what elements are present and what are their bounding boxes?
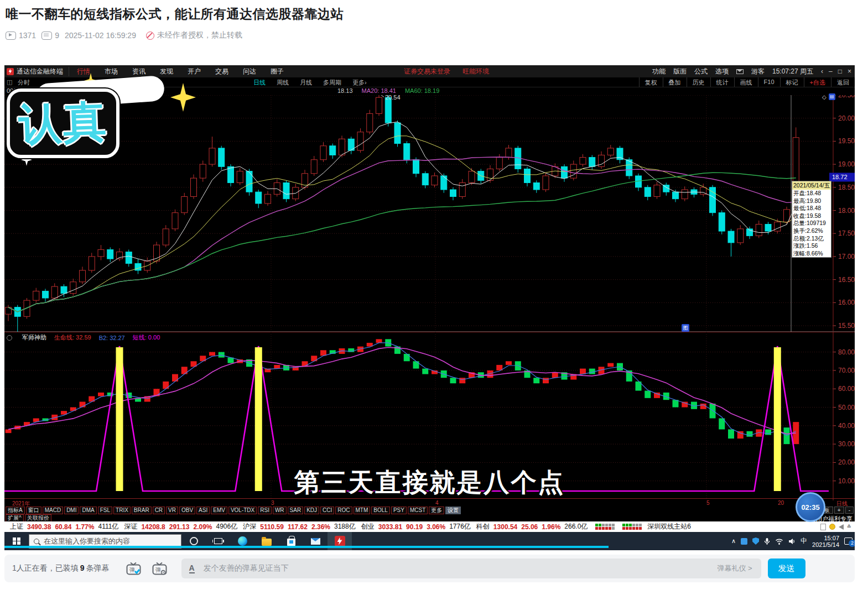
window-control-icon[interactable]: ‹ <box>821 67 823 75</box>
svg-text:17.50: 17.50 <box>838 229 855 237</box>
svg-text:20.50: 20.50 <box>838 95 855 99</box>
chart-tool-button[interactable]: +自选 <box>804 77 831 87</box>
period-tab[interactable]: 更多› <box>352 79 367 87</box>
indicator-tab[interactable]: VOL-TDX <box>228 507 257 514</box>
index-quote[interactable]: 科创1300.5425.061.96%266.0亿 <box>476 522 588 531</box>
server-name[interactable]: 深圳双线主站6 <box>647 522 691 531</box>
coin-icon[interactable] <box>829 524 835 530</box>
indicator-tab[interactable]: SAR <box>288 507 304 514</box>
indicator-collapse-icon[interactable] <box>7 335 12 341</box>
index-quote[interactable]: 上证3490.3860.841.77%4111亿 <box>10 522 118 531</box>
action-center-icon[interactable]: 2 <box>844 537 853 545</box>
period-tab[interactable]: 周线 <box>277 79 289 87</box>
chart-tool-button[interactable]: 返回 <box>831 77 855 87</box>
indicator-tab[interactable]: 设置 <box>445 507 461 514</box>
chart-tool-button[interactable]: 复权 <box>639 77 663 87</box>
tdx-menubar-right: 功能版面公式选项 游客 15:07:27 周五 ‹–□× <box>652 67 851 76</box>
index-quote[interactable]: 创业3033.8190.193.06%1776亿 <box>361 522 471 531</box>
menu-item[interactable]: 交易 <box>215 67 228 76</box>
danmaku-settings-icon[interactable]: 弹 <box>152 562 167 576</box>
period-tab[interactable]: 月线 <box>300 79 312 87</box>
ime-indicator[interactable]: 中 <box>801 536 807 546</box>
indicator-tab[interactable]: FSL <box>98 507 112 514</box>
index-quote[interactable]: 沪深5110.59117.622.36%3188亿 <box>243 522 356 531</box>
period-tab[interactable]: 日线 <box>253 79 266 87</box>
indicator-tab[interactable]: MACD <box>43 507 63 514</box>
indicator-tab[interactable]: DMA <box>80 507 96 514</box>
indicator-name[interactable]: 军师神助 <box>22 333 46 342</box>
svg-text:15.50: 15.50 <box>838 322 855 330</box>
indicator-tab[interactable]: TRIX <box>113 507 131 514</box>
text-style-icon[interactable]: A <box>189 564 195 573</box>
indicator-tab[interactable]: 更多 <box>429 507 444 514</box>
indicator-tab[interactable]: MCST <box>408 507 428 514</box>
window-control-icon[interactable]: × <box>848 67 851 75</box>
expand-tab[interactable]: 扩展^ <box>6 514 24 522</box>
indicator-tab[interactable]: BRAR <box>132 507 152 514</box>
system-tray: ∧ 中 15:072021/5/14 2 <box>731 532 853 550</box>
user-label[interactable]: 游客 <box>751 67 765 76</box>
indicator-tab[interactable]: 窗口 <box>26 507 41 514</box>
chart-tool-button[interactable]: 标记 <box>780 77 804 87</box>
indicator-tab[interactable]: MTM <box>354 507 371 514</box>
chart-tool-button[interactable]: 画线 <box>734 77 758 87</box>
indicator-tab[interactable]: WR <box>273 507 287 514</box>
user-mini-icon[interactable]: ≛ <box>847 524 851 530</box>
indicator-tab[interactable]: BOLL <box>371 507 390 514</box>
wifi-icon[interactable] <box>775 538 783 545</box>
indicator-tab[interactable]: KDJ <box>304 507 319 514</box>
window-control-icon[interactable]: – <box>829 67 833 75</box>
login-status[interactable]: 证券交易未登录 <box>404 67 450 76</box>
menu-item[interactable]: 版面 <box>673 67 687 76</box>
short-line-value: 短线: 0.00 <box>133 333 160 342</box>
period-tab[interactable]: 多周期 <box>323 79 341 87</box>
indicator-tab[interactable]: 指标A <box>6 507 25 514</box>
usb-icon[interactable] <box>741 538 747 545</box>
microphone-icon[interactable] <box>764 537 770 545</box>
video-progress-bar[interactable] <box>4 546 609 548</box>
danmaku-etiquette-link[interactable]: 弹幕礼仪 > <box>717 563 752 573</box>
expand-tab[interactable]: 关联报价 <box>25 514 51 522</box>
svg-text:19.00: 19.00 <box>838 160 855 168</box>
chart-tool-button[interactable]: 历史 <box>687 77 710 87</box>
indicator-tab[interactable]: VR <box>166 507 178 514</box>
indicator-tab[interactable]: PSY <box>391 507 407 514</box>
svg-text:20.54: 20.54 <box>385 95 401 101</box>
menu-item[interactable]: 公式 <box>694 67 708 76</box>
taskbar-clock[interactable]: 15:072021/5/14 <box>812 535 839 548</box>
chart-corner-icons[interactable]: ◇ ▤ <box>822 93 835 100</box>
template-control[interactable]: + <box>834 507 844 514</box>
template-control[interactable]: - <box>845 507 854 514</box>
security-shield-icon[interactable] <box>752 537 759 545</box>
indicator-tab[interactable]: ROC <box>335 507 352 514</box>
danmaku-toggle-icon[interactable]: 弹 <box>126 562 141 576</box>
indicator-tab[interactable]: CR <box>153 507 165 514</box>
menu-item[interactable]: 问达 <box>243 67 256 76</box>
announcement-icon[interactable] <box>839 524 844 530</box>
menu-item[interactable]: 选项 <box>715 67 729 76</box>
indicator-tab[interactable]: EMV <box>211 507 227 514</box>
speaker-icon[interactable] <box>788 538 796 545</box>
tray-expand-icon[interactable]: ∧ <box>731 537 736 545</box>
chart-tool-button[interactable]: F10 <box>758 77 780 87</box>
document-icon[interactable] <box>820 524 826 530</box>
indicator-tab[interactable]: DMI <box>64 507 79 514</box>
index-quote[interactable]: 深证14208.8291.132.09%4906亿 <box>124 522 237 531</box>
indicator-tab[interactable]: ASI <box>196 507 210 514</box>
mail-icon[interactable] <box>736 69 744 74</box>
chart-badge-icon[interactable]: 图 <box>682 324 689 332</box>
chart-tool-button[interactable]: 叠加 <box>663 77 687 87</box>
publish-date: 2025-11-02 16:59:29 <box>65 31 136 40</box>
danmaku-input[interactable]: A 发个友善的弹幕见证当下 弹幕礼仪 > <box>181 559 761 578</box>
indicator-tab[interactable]: RSI <box>258 507 272 514</box>
send-danmaku-button[interactable]: 发送 <box>768 559 805 578</box>
indicator-tab[interactable]: CCI <box>320 507 334 514</box>
indicator-tab[interactable]: OBV <box>179 507 195 514</box>
window-control-icon[interactable]: □ <box>838 67 842 75</box>
chart-tool-button[interactable]: 统计 <box>710 77 734 87</box>
expand-tab-bar: 扩展^关联报价 <box>6 514 51 522</box>
menu-item[interactable]: 功能 <box>652 67 666 76</box>
menu-item[interactable]: 圈子 <box>271 67 284 76</box>
video-player[interactable]: 通达信金融终端 行情市场资讯发现开户交易问达圈子 证券交易未登录 旺能环境 功能… <box>4 65 855 550</box>
window-controls[interactable]: ‹–□× <box>821 67 851 75</box>
